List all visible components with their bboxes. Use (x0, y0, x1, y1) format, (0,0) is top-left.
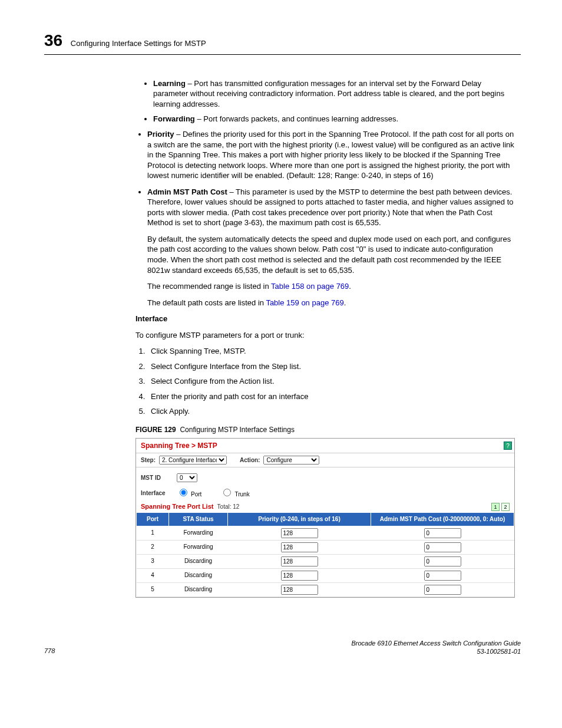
def-cost-link[interactable]: Table 159 on page 769 (266, 298, 343, 307)
action-select[interactable]: Configure (263, 456, 319, 465)
cell-port: 2 (137, 540, 169, 554)
def-cost-line: The default path costs are listed in Tab… (147, 298, 515, 308)
step-5: Click Apply. (147, 406, 515, 417)
cell-sta: Discarding (169, 568, 228, 582)
port-radio[interactable] (180, 489, 187, 496)
def-cost-pre: The default path costs are listed in (147, 298, 266, 307)
interface-steps: Click Spanning Tree, MSTP. Select Config… (135, 346, 515, 417)
cell-sta: Discarding (169, 582, 228, 597)
mstid-select[interactable]: 0 (177, 473, 197, 482)
cell-cost (371, 526, 514, 540)
step-label: Step: (141, 456, 156, 465)
figure-title: Spanning Tree > MSTP (141, 441, 217, 450)
bullet-forwarding: Forwarding – Port forwards packets, and … (153, 114, 515, 124)
table-row: 2Forwarding (137, 540, 514, 554)
trunk-radio-label[interactable]: Trunk (220, 487, 249, 499)
footer-book: Brocade 6910 Ethernet Access Switch Conf… (351, 640, 521, 647)
trunk-radio[interactable] (223, 489, 231, 496)
interface-label: Interface (141, 489, 173, 498)
page-header: 36 Configuring Interface Settings for MS… (44, 29, 521, 55)
table-row: 5Discarding (137, 582, 514, 597)
page-footer: 778 Brocade 6910 Ethernet Access Switch … (44, 639, 521, 656)
bullet-priority: Priority – Defines the priority used for… (147, 129, 515, 181)
rec-range-link[interactable]: Table 158 on page 769 (271, 282, 349, 291)
page-icon-1[interactable]: 1 (491, 503, 500, 511)
admin-para2: By default, the system automatically det… (147, 234, 515, 275)
table-row: 3Discarding (137, 554, 514, 568)
rec-range-line: The recommended range is listed in Table… (147, 281, 515, 292)
cell-priority (228, 554, 371, 568)
chapter-number: 36 (44, 29, 62, 52)
step-1: Click Spanning Tree, MSTP. (147, 346, 515, 357)
admin-label: Admin MST Path Cost (147, 187, 227, 196)
priority-label: Priority (147, 130, 174, 139)
figure-caption: FIGURE 129 Configuring MSTP Interface Se… (135, 425, 515, 434)
interface-intro: To configure MSTP parameters for a port … (135, 330, 515, 341)
portlist-total: Total: 12 (217, 503, 240, 510)
cost-input[interactable] (424, 542, 461, 552)
figure-caption-text: Configuring MSTP Interface Settings (180, 426, 295, 434)
body-content: Learning – Port has transmitted configur… (135, 78, 515, 308)
figure-number: FIGURE 129 (135, 426, 176, 434)
table-row: 1Forwarding (137, 526, 514, 540)
cell-port: 4 (137, 568, 169, 582)
th-port: Port (137, 513, 169, 526)
priority-input[interactable] (281, 556, 318, 566)
forwarding-label: Forwarding (153, 114, 195, 123)
cell-cost (371, 554, 514, 568)
bullet-learning: Learning – Port has transmitted configur… (153, 78, 515, 110)
cost-input[interactable] (424, 585, 461, 595)
figure-ui: Spanning Tree > MSTP ? Step: 2. Configur… (135, 438, 515, 597)
interface-heading: Interface (135, 314, 515, 324)
step-select[interactable]: 2. Configure Interface (159, 456, 227, 465)
priority-input[interactable] (281, 585, 318, 595)
chapter-title: Configuring Interface Settings for MSTP (71, 39, 206, 48)
cell-sta: Forwarding (169, 540, 228, 554)
th-cost: Admin MST Path Cost (0-200000000, 0: Aut… (371, 513, 514, 526)
portlist-title: Spanning Tree Port List (141, 503, 213, 510)
ports-table: Port STA Status Priority (0-240, in step… (136, 512, 514, 597)
footer-docid: 53-1002581-01 (477, 648, 521, 655)
cell-cost (371, 582, 514, 597)
cell-priority (228, 540, 371, 554)
cell-priority (228, 526, 371, 540)
cost-input[interactable] (424, 528, 461, 538)
cell-cost (371, 568, 514, 582)
mstid-label: MST ID (141, 474, 173, 482)
priority-text: – Defines the priority used for this por… (147, 130, 514, 180)
cell-cost (371, 540, 514, 554)
learning-label: Learning (153, 79, 186, 88)
cell-priority (228, 568, 371, 582)
port-radio-label[interactable]: Port (177, 487, 201, 499)
step-4: Enter the priority and path cost for an … (147, 391, 515, 402)
forwarding-text: – Port forwards packets, and continues l… (195, 114, 398, 123)
table-row: 4Discarding (137, 568, 514, 582)
cost-input[interactable] (424, 571, 461, 581)
priority-input[interactable] (281, 542, 318, 552)
rec-range-pre: The recommended range is listed in (147, 282, 271, 291)
bullet-admin: Admin MST Path Cost – This parameter is … (147, 187, 515, 308)
cell-port: 3 (137, 554, 169, 568)
cell-sta: Discarding (169, 554, 228, 568)
page-icon-2[interactable]: 2 (501, 503, 510, 511)
cell-port: 5 (137, 582, 169, 597)
learning-text: – Port has transmitted configuration mes… (153, 79, 504, 108)
cell-sta: Forwarding (169, 526, 228, 540)
help-icon[interactable]: ? (504, 442, 512, 450)
action-label: Action: (240, 456, 260, 465)
priority-input[interactable] (281, 571, 318, 581)
step-2: Select Configure Interface from the Step… (147, 361, 515, 372)
step-3: Select Configure from the Action list. (147, 376, 515, 387)
cost-input[interactable] (424, 556, 461, 566)
th-priority: Priority (0-240, in steps of 16) (228, 513, 371, 526)
th-sta: STA Status (169, 513, 228, 526)
cell-priority (228, 582, 371, 597)
page-number: 778 (44, 647, 55, 655)
cell-port: 1 (137, 526, 169, 540)
priority-input[interactable] (281, 528, 318, 538)
